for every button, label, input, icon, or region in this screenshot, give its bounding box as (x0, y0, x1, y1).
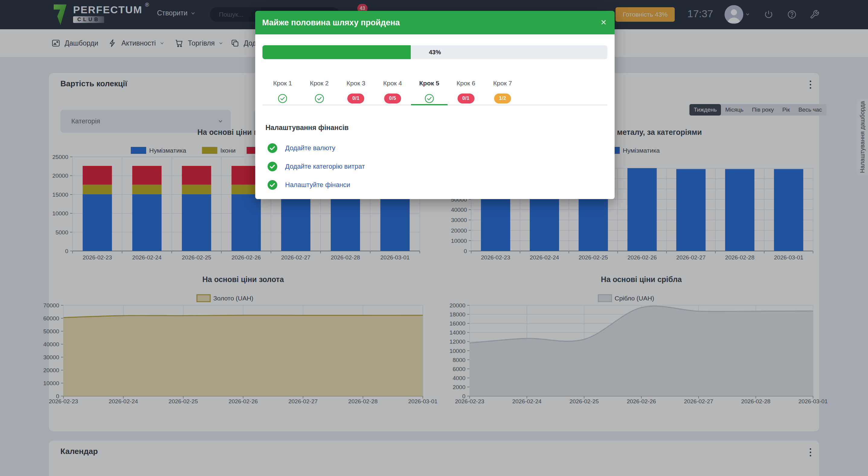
step-tab-status (301, 93, 337, 104)
step-tab-status (264, 93, 301, 104)
step-badge: 0/1 (458, 94, 474, 103)
checklist-item[interactable]: Налаштуйте фінанси (267, 180, 350, 190)
step-check-icon (315, 94, 324, 103)
close-icon[interactable]: ✕ (600, 18, 607, 27)
check-circle-icon (267, 143, 278, 153)
step-tab-status: 0/5 (374, 93, 411, 104)
checklist-label: Додайте категорію витрат (285, 163, 365, 170)
modal-header: Майже половина шляху пройдена ✕ (255, 11, 615, 34)
step-badge: 1/2 (494, 94, 511, 103)
checklist-label: Налаштуйте фінанси (285, 181, 350, 189)
check-circle-icon (267, 161, 278, 172)
progress-label: 43% (262, 45, 607, 59)
tabs-active-underline (411, 104, 447, 105)
step-tab[interactable]: Крок 5 (411, 80, 447, 104)
step-tab[interactable]: Крок 1 (264, 80, 301, 104)
step-tab-label: Крок 4 (374, 80, 411, 87)
modal-body: 43% Крок 1 Крок 2 Крок 3 0/1 Крок 4 0/5 … (255, 34, 615, 199)
step-tab-label: Крок 2 (301, 80, 337, 87)
checklist-item[interactable]: Додайте валюту (267, 143, 335, 153)
step-tab-label: Крок 7 (484, 80, 521, 87)
step-tab[interactable]: Крок 6 0/1 (447, 80, 484, 104)
step-tab-status (411, 93, 447, 104)
step-tabs: Крок 1 Крок 2 Крок 3 0/1 Крок 4 0/5 Крок… (264, 80, 524, 104)
step-tab-status: 1/2 (484, 93, 521, 104)
step-tab-label: Крок 6 (447, 80, 484, 87)
step-tab-label: Крок 1 (264, 80, 301, 87)
step-tab[interactable]: Крок 2 (301, 80, 337, 104)
step-tab[interactable]: Крок 7 1/2 (484, 80, 521, 104)
step-tab-status: 0/1 (338, 93, 374, 104)
step-badge: 0/1 (347, 94, 364, 103)
step-check-icon (425, 94, 434, 103)
modal-title: Майже половина шляху пройдена (262, 18, 400, 28)
checklist-label: Додайте валюту (285, 144, 335, 152)
step-tab-label: Крок 3 (338, 80, 374, 87)
step-tab[interactable]: Крок 4 0/5 (374, 80, 411, 104)
check-circle-icon (267, 180, 278, 190)
app-root: PERFECTUM ® CLUB Створити 43 Готовність … (0, 0, 868, 476)
step-tab-status: 0/1 (447, 93, 484, 104)
onboarding-modal: Майже половина шляху пройдена ✕ 43% Крок… (255, 11, 615, 199)
progress-bar: 43% (262, 45, 607, 59)
step-check-icon (278, 94, 287, 103)
step-badge: 0/5 (384, 94, 401, 103)
step-tab[interactable]: Крок 3 0/1 (338, 80, 374, 104)
modal-section-title: Налаштування фінансів (266, 124, 348, 132)
checklist-item[interactable]: Додайте категорію витрат (267, 161, 365, 172)
step-tab-label: Крок 5 (411, 80, 447, 87)
